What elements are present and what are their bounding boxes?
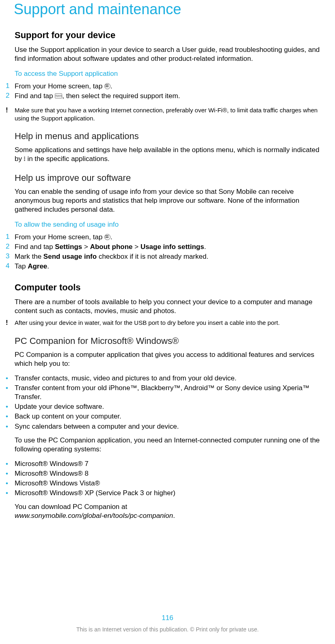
page-title: Support and maintenance bbox=[14, 1, 320, 18]
step-text: checkbox if it is not already marked. bbox=[97, 253, 208, 260]
step-content: Mark the Send usage info checkbox if it … bbox=[15, 252, 208, 261]
bullet-row: •Sync calendars between a computer and y… bbox=[15, 422, 320, 431]
bullet-row: •Update your device software. bbox=[15, 402, 320, 411]
note-row: ! After using your device in water, wait… bbox=[15, 319, 320, 327]
subheading-allow-usage: To allow the sending of usage info bbox=[15, 221, 320, 229]
note-row: ! Make sure that you have a working Inte… bbox=[15, 106, 320, 122]
bullet-dot: • bbox=[6, 469, 15, 478]
step-content: From your Home screen, tap . bbox=[15, 82, 112, 91]
step-row: 1 From your Home screen, tap . bbox=[15, 82, 320, 91]
bold-label: Settings bbox=[55, 243, 82, 251]
bullet-row: •Microsoft® Windows® XP (Service Pack 3 … bbox=[15, 489, 320, 498]
bullet-text: Transfer contacts, music, video and pict… bbox=[15, 374, 236, 383]
text-fragment: in the specific applications. bbox=[26, 155, 110, 163]
bullet-text: Microsoft® Windows® XP (Service Pack 3 o… bbox=[15, 489, 175, 498]
step-row: 3 Mark the Send usage info checkbox if i… bbox=[15, 252, 320, 261]
body-help-menus: Some applications and settings have help… bbox=[15, 146, 320, 163]
bullet-text: Transfer content from your old iPhone™, … bbox=[15, 384, 320, 401]
step-text: > bbox=[133, 243, 140, 251]
step-text: . bbox=[204, 243, 206, 251]
step-content: Find and tap Xperia, then select the req… bbox=[15, 92, 180, 101]
heading-help-menus: Help in menus and applications bbox=[15, 131, 320, 142]
bullet-dot: • bbox=[6, 402, 15, 411]
body-pc-companion-mid: To use the PC Companion application, you… bbox=[15, 436, 320, 454]
bullet-list: •Transfer contacts, music, video and pic… bbox=[15, 374, 320, 431]
step-row: 2 Find and tap Xperia, then select the r… bbox=[15, 92, 320, 101]
step-number: 2 bbox=[6, 243, 15, 251]
step-text: . bbox=[110, 82, 112, 90]
apps-grid-icon bbox=[104, 83, 110, 89]
heading-support-device: Support for your device bbox=[15, 30, 320, 41]
bullet-row: •Back up content on your computer. bbox=[15, 412, 320, 421]
footer: 116 This is an Internet version of this … bbox=[0, 614, 335, 633]
step-row: 4 Tap Agree. bbox=[15, 262, 320, 271]
bullet-text: Back up content on your computer. bbox=[15, 412, 121, 421]
bullet-dot: • bbox=[6, 489, 15, 498]
step-row: 2 Find and tap Settings > About phone > … bbox=[15, 243, 320, 251]
step-content: From your Home screen, tap . bbox=[15, 233, 112, 242]
bullet-dot: • bbox=[6, 422, 15, 431]
bullet-row: •Microsoft® Windows Vista® bbox=[15, 479, 320, 488]
bullet-list: •Microsoft® Windows® 7•Microsoft® Window… bbox=[15, 459, 320, 498]
step-text: , then select the required support item. bbox=[62, 92, 180, 100]
apps-grid-icon bbox=[104, 234, 110, 240]
step-number: 4 bbox=[6, 262, 15, 270]
bullet-text: Microsoft® Windows® 7 bbox=[15, 459, 89, 468]
section-help-improve: Help us improve our software You can ena… bbox=[15, 173, 320, 271]
text-fragment: You can download PC Companion at bbox=[15, 503, 127, 511]
bold-label: Agree bbox=[28, 262, 47, 270]
page-number: 116 bbox=[0, 614, 335, 622]
heading-help-improve: Help us improve our software bbox=[15, 173, 320, 183]
bold-label: Send usage info bbox=[43, 253, 97, 260]
bullet-row: •Microsoft® Windows® 8 bbox=[15, 469, 320, 478]
bold-label: Usage info settings bbox=[140, 243, 204, 251]
step-number: 1 bbox=[6, 233, 15, 241]
subheading-access-support: To access the Support application bbox=[15, 70, 320, 78]
section-computer-tools: Computer tools There are a number of too… bbox=[15, 282, 320, 327]
step-text: Mark the bbox=[15, 253, 43, 260]
step-text: From your Home screen, tap bbox=[15, 82, 104, 90]
section-help-menus: Help in menus and applications Some appl… bbox=[15, 131, 320, 163]
bullet-row: •Microsoft® Windows® 7 bbox=[15, 459, 320, 468]
step-content: Tap Agree. bbox=[15, 262, 49, 271]
important-icon: ! bbox=[6, 106, 15, 114]
bullet-dot: • bbox=[6, 459, 15, 468]
important-icon: ! bbox=[6, 319, 15, 326]
body-computer-tools: There are a number of tools available to… bbox=[15, 298, 320, 316]
bullet-dot: • bbox=[6, 384, 15, 393]
step-text: . bbox=[47, 262, 49, 270]
bullet-text: Sync calendars between a computer and yo… bbox=[15, 422, 179, 431]
text-fragment: . bbox=[173, 512, 175, 519]
bullet-text: Microsoft® Windows® 8 bbox=[15, 469, 89, 478]
step-text: Tap bbox=[15, 262, 28, 270]
section-support-device: Support for your device Use the Support … bbox=[15, 30, 320, 122]
step-content: Find and tap Settings > About phone > Us… bbox=[15, 243, 206, 251]
bullet-dot: • bbox=[6, 374, 15, 383]
note-text: Make sure that you have a working Intern… bbox=[15, 106, 320, 122]
body-support-device: Use the Support application in your devi… bbox=[15, 45, 320, 63]
step-text: . bbox=[110, 233, 112, 241]
bullet-text: Update your device software. bbox=[15, 402, 104, 411]
step-row: 1 From your Home screen, tap . bbox=[15, 233, 320, 242]
support-app-icon: Xperia bbox=[55, 93, 62, 99]
body-pc-companion: PC Companion is a computer application t… bbox=[15, 350, 320, 368]
step-text: Find and tap bbox=[15, 243, 55, 251]
download-url: www.sonymobile.com/global-en/tools/pc-co… bbox=[15, 512, 173, 519]
bullet-dot: • bbox=[6, 479, 15, 488]
step-text: From your Home screen, tap bbox=[15, 233, 104, 241]
step-text: Find and tap bbox=[15, 92, 55, 100]
overflow-menu-icon bbox=[24, 156, 26, 161]
footer-note: This is an Internet version of this publ… bbox=[0, 626, 335, 633]
bullet-row: •Transfer content from your old iPhone™,… bbox=[15, 384, 320, 401]
step-number: 1 bbox=[6, 82, 15, 90]
body-help-improve: You can enable the sending of usage info… bbox=[15, 187, 320, 214]
section-pc-companion: PC Companion for Microsoft® Windows® PC … bbox=[15, 336, 320, 521]
bullet-row: •Transfer contacts, music, video and pic… bbox=[15, 374, 320, 383]
step-number: 2 bbox=[6, 92, 15, 100]
heading-pc-companion: PC Companion for Microsoft® Windows® bbox=[15, 336, 320, 346]
note-text: After using your device in water, wait f… bbox=[15, 319, 280, 327]
heading-computer-tools: Computer tools bbox=[15, 282, 320, 293]
bullet-dot: • bbox=[6, 412, 15, 421]
step-text: > bbox=[82, 243, 90, 251]
download-text: You can download PC Companion at www.son… bbox=[15, 502, 320, 520]
